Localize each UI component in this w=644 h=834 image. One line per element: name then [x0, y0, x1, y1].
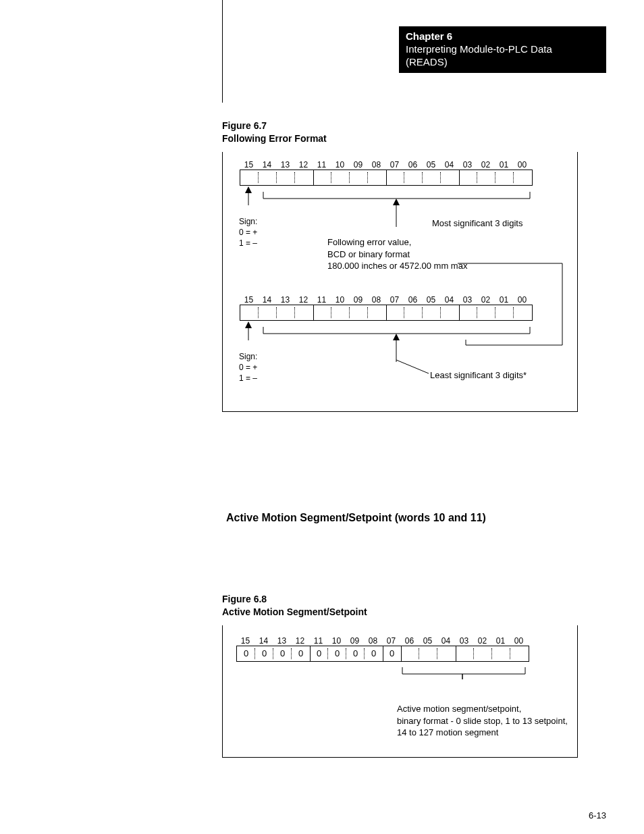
figure-6-8-label: Figure 6.8 Active Motion Segment/Setpoin…	[222, 593, 367, 619]
figure-6-7-frame: 15 14 13 12 11 10 09 08 07 06 05 04 03 0…	[222, 152, 578, 412]
bit-boxes: 0 0 0 0 0 0 0 0 0	[236, 646, 529, 662]
fig67-leastsig-line	[395, 334, 435, 371]
fig68-annotation: Active motion segment/setpoint, binary f…	[397, 703, 568, 739]
fig67-center-text: Following error value, BCD or binary for…	[327, 236, 467, 272]
figure-6-8-frame: 15 14 13 12 11 10 09 08 07 06 05 04 03 0…	[222, 625, 578, 758]
svg-marker-1	[245, 186, 252, 193]
svg-marker-6	[245, 321, 252, 328]
svg-line-9	[396, 360, 429, 373]
fig67-leastsig: Least significant 3 digits*	[430, 369, 527, 382]
fig67-upper-sign: Sign: 0 = + 1 = –	[239, 216, 257, 249]
fig67-upper-word: 15 14 13 12 11 10 09 08 07 06 05 04 03 0…	[240, 160, 533, 186]
bit-numbers: 15 14 13 12 11 10 09 08 07 06 05 04 03 0…	[240, 160, 533, 170]
bit-boxes	[240, 170, 533, 186]
section-heading: Active Motion Segment/Setpoint (words 10…	[226, 512, 486, 524]
bit-boxes	[240, 305, 533, 321]
figure-number: Figure 6.8	[222, 593, 367, 606]
chapter-title-2: (READS)	[406, 56, 599, 69]
fig67-mostsig: Most significant 3 digits	[432, 217, 522, 230]
chapter-title-1: Interpreting Module-to-PLC Data	[406, 43, 599, 56]
fig68-word: 15 14 13 12 11 10 09 08 07 06 05 04 03 0…	[236, 636, 529, 662]
bit-numbers: 15 14 13 12 11 10 09 08 07 06 05 04 03 0…	[240, 295, 533, 305]
figure-6-7-label: Figure 6.7 Following Error Format	[222, 120, 327, 145]
fig68-bracket	[398, 662, 533, 689]
bit-numbers: 15 14 13 12 11 10 09 08 07 06 05 04 03 0…	[236, 636, 529, 646]
figure-number: Figure 6.7	[222, 120, 327, 132]
figure-title: Active Motion Segment/Setpoint	[222, 606, 367, 619]
fig67-lower-arrows	[240, 320, 537, 371]
fig67-lower-sign: Sign: 0 = + 1 = –	[239, 351, 257, 384]
page-number: 6-13	[589, 810, 606, 820]
chapter-header: Chapter 6 Interpreting Module-to-PLC Dat…	[399, 26, 606, 73]
header-rule	[222, 0, 223, 103]
svg-marker-3	[393, 199, 400, 205]
chapter-number: Chapter 6	[406, 30, 599, 43]
fig67-lower-word: 15 14 13 12 11 10 09 08 07 06 05 04 03 0…	[240, 295, 533, 321]
figure-title: Following Error Format	[222, 132, 327, 145]
